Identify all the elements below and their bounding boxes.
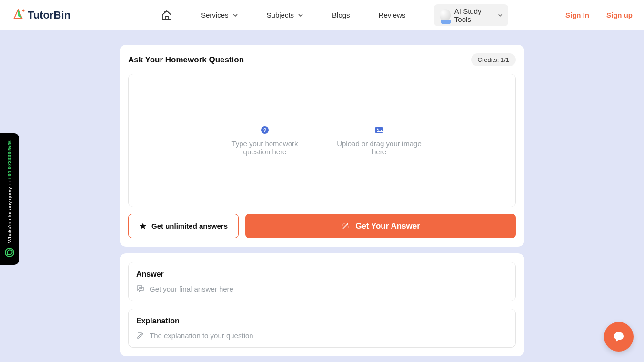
answer-card: Answer Get your final answer here Explan…	[120, 253, 524, 356]
upload-image-option[interactable]: Upload or drag your image here	[336, 125, 422, 156]
explanation-placeholder-row: The explanation to your question	[136, 331, 508, 340]
unlimited-answers-button[interactable]: Get unlimited answers	[128, 214, 239, 238]
nav-subjects-label: Subjects	[267, 11, 294, 19]
star-icon	[139, 222, 147, 230]
nav-blogs[interactable]: Blogs	[332, 11, 350, 19]
signin-button[interactable]: Sign In	[565, 11, 589, 19]
logo[interactable]: + TutorBin	[11, 9, 70, 22]
svg-text:+: +	[22, 9, 25, 13]
chat-bubble-icon	[612, 330, 625, 343]
question-icon: ?	[260, 125, 270, 135]
magic-wand-icon	[341, 222, 350, 231]
nav-services-label: Services	[201, 11, 229, 19]
svg-text:?: ?	[263, 127, 267, 133]
header: + TutorBin Services Subjects Blogs Revie…	[0, 0, 644, 30]
image-icon	[374, 125, 384, 135]
chevron-down-icon	[498, 12, 503, 18]
nav-reviews-label: Reviews	[379, 11, 406, 19]
nav-blogs-label: Blogs	[332, 11, 350, 19]
explanation-section: Explanation The explanation to your ques…	[128, 309, 516, 348]
ask-card-header: Ask Your Homework Question Credits: 1/1	[128, 53, 516, 66]
answer-placeholder-row: Get your final answer here	[136, 284, 508, 293]
robot-icon	[440, 9, 451, 21]
edit-icon	[136, 331, 145, 340]
nav-services[interactable]: Services	[201, 11, 238, 19]
nav-ai-tools[interactable]: AI Study Tools	[434, 4, 508, 26]
unlimited-answers-label: Get unlimited answers	[151, 222, 228, 230]
whatsapp-label: WhatsApp for any query : :	[7, 181, 12, 243]
auth-buttons: Sign In Sign up	[508, 11, 633, 19]
type-question-label: Type your homework question here	[222, 140, 308, 156]
ask-card: Ask Your Homework Question Credits: 1/1 …	[120, 45, 524, 247]
signup-button[interactable]: Sign up	[606, 11, 633, 19]
type-question-option[interactable]: ? Type your homework question here	[222, 125, 308, 156]
whatsapp-icon	[4, 247, 15, 258]
nav-home[interactable]	[161, 10, 172, 21]
input-area: ? Type your homework question here Uploa…	[128, 74, 516, 207]
explanation-placeholder-text: The explanation to your question	[150, 332, 253, 340]
whatsapp-tab[interactable]: WhatsApp for any query : : +91 973339254…	[0, 133, 19, 265]
credits-badge: Credits: 1/1	[471, 53, 516, 66]
nav: Services Subjects Blogs Reviews AI Study…	[161, 4, 508, 26]
nav-subjects[interactable]: Subjects	[267, 11, 304, 19]
svg-point-4	[377, 129, 379, 130]
get-answer-button[interactable]: Get Your Answer	[245, 214, 516, 238]
chat-icon	[136, 284, 145, 293]
logo-text: TutorBin	[28, 9, 70, 21]
nav-ai-tools-label: AI Study Tools	[454, 7, 494, 23]
get-answer-label: Get Your Answer	[355, 221, 420, 231]
answer-title: Answer	[136, 270, 508, 279]
upload-image-label: Upload or drag your image here	[336, 140, 422, 156]
chat-bubble-button[interactable]	[604, 322, 634, 352]
answer-placeholder-text: Get your final answer here	[150, 285, 233, 293]
answer-section: Answer Get your final answer here	[128, 262, 516, 301]
main: Ask Your Homework Question Credits: 1/1 …	[0, 30, 644, 362]
chevron-down-icon	[298, 12, 303, 18]
home-icon	[161, 10, 172, 21]
logo-icon: +	[11, 9, 25, 22]
button-row: Get unlimited answers Get Your Answer	[128, 214, 516, 238]
chevron-down-icon	[232, 12, 238, 18]
ask-card-title: Ask Your Homework Question	[128, 55, 244, 65]
explanation-title: Explanation	[136, 317, 508, 325]
nav-reviews[interactable]: Reviews	[379, 11, 406, 19]
whatsapp-number: +91 9733392546	[7, 140, 12, 180]
whatsapp-text: WhatsApp for any query : : +91 973339254…	[7, 140, 12, 243]
